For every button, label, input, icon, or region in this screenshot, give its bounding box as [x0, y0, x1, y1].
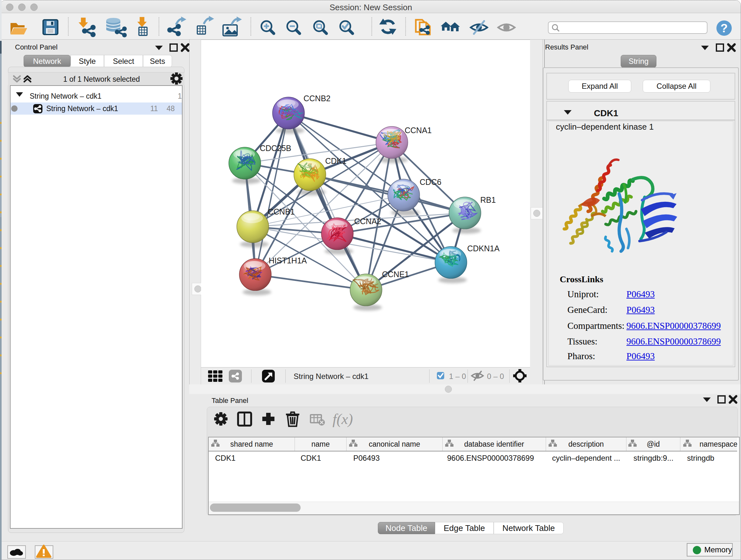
svg-text:CDC25B: CDC25B: [260, 144, 291, 152]
svg-text:CCNE1: CCNE1: [382, 270, 409, 279]
svg-text:CDC6: CDC6: [420, 178, 441, 186]
svg-text:HIST1H1A: HIST1H1A: [269, 256, 307, 265]
svg-text:CCNB2: CCNB2: [304, 94, 331, 103]
svg-text:CCNA1: CCNA1: [405, 126, 432, 135]
svg-text:CCNA2: CCNA2: [354, 217, 381, 226]
svg-text:RB1: RB1: [480, 195, 496, 204]
svg-text:CDK1: CDK1: [325, 157, 347, 165]
svg-text:CDKN1A: CDKN1A: [467, 244, 500, 253]
svg-text:CCNB1: CCNB1: [268, 207, 295, 216]
svg-text:?: ?: [721, 22, 728, 35]
